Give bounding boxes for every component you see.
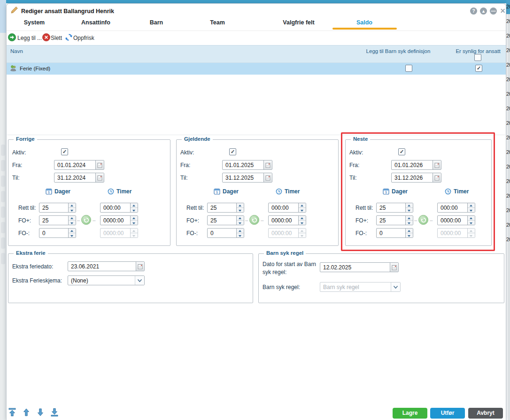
header-er-synlig-checkbox[interactable] <box>474 54 481 61</box>
rett-til-timer-input[interactable]: 000:00 <box>269 203 298 212</box>
sync-icon[interactable] <box>81 215 91 225</box>
spin-down-button[interactable] <box>69 233 76 237</box>
move-up-icon[interactable] <box>22 408 31 417</box>
aktiv-checkbox[interactable]: ✓ <box>61 148 68 155</box>
help-icon[interactable]: ? <box>470 8 477 15</box>
delete-button[interactable]: Slett <box>51 35 62 41</box>
spin-up-button[interactable] <box>69 216 76 220</box>
spin-down-button[interactable] <box>299 220 306 225</box>
fo-plus-dager-input[interactable]: 25 <box>377 216 405 225</box>
calendar-picker-button[interactable] <box>390 263 398 272</box>
refresh-icon[interactable] <box>65 33 73 43</box>
move-down-icon[interactable] <box>36 408 45 417</box>
fo-plus-dager-input[interactable]: 25 <box>39 216 68 225</box>
spin-down-button[interactable] <box>131 220 138 225</box>
table-row[interactable]: Ferie (Fixed) ✓ <box>7 63 506 75</box>
fo-minus-dager-input[interactable]: 0 <box>208 229 236 237</box>
spin-down-button[interactable] <box>237 220 244 225</box>
calendar-picker-button[interactable] <box>263 160 272 169</box>
spin-down-button[interactable] <box>406 207 413 212</box>
fo-plus-timer-input[interactable]: 0000:00 <box>100 216 130 225</box>
tab-team[interactable]: Team <box>210 19 225 26</box>
spin-down-button[interactable] <box>299 207 306 212</box>
tab-saldo[interactable]: Saldo <box>356 19 372 26</box>
spin-down-button[interactable] <box>69 207 76 212</box>
cancel-button[interactable]: Avbryt <box>468 408 503 419</box>
tab-system[interactable]: System <box>24 19 45 26</box>
add-button[interactable]: Legg til ... <box>17 35 42 41</box>
ekstra-feriedato-input[interactable]: 23.06.2021 <box>68 262 136 271</box>
fra-input[interactable]: 01.01.2025 <box>223 160 263 169</box>
delete-icon[interactable] <box>42 33 50 43</box>
til-input[interactable]: 31.12.2025 <box>223 173 263 182</box>
sync-icon[interactable] <box>418 215 428 225</box>
spin-down-button[interactable] <box>69 220 76 225</box>
calendar-picker-button[interactable] <box>433 160 441 169</box>
add-icon[interactable] <box>8 33 16 43</box>
column-header-barn-syk[interactable]: Legg til Barn syk definisjon <box>366 48 431 54</box>
chevron-down-icon[interactable] <box>391 283 400 291</box>
spin-up-button[interactable] <box>406 203 413 207</box>
rett-til-timer-input[interactable]: 000:00 <box>100 203 130 212</box>
refresh-button[interactable]: Oppfrisk <box>73 35 94 41</box>
spin-up-button[interactable] <box>237 216 244 220</box>
tab-valgfrie-felt[interactable]: Valgfrie felt <box>283 19 314 26</box>
spin-up-button[interactable] <box>237 229 244 233</box>
calendar-picker-button[interactable] <box>95 160 104 169</box>
chevron-down-icon[interactable] <box>135 276 144 285</box>
spin-down-button[interactable] <box>237 207 244 212</box>
tab-ansattinfo[interactable]: Ansattinfo <box>81 19 110 26</box>
rett-til-dager-input[interactable]: 25 <box>39 203 68 212</box>
column-header-er-synlig[interactable]: Er synlig for ansatt <box>456 48 500 54</box>
spin-down-button[interactable] <box>468 220 475 225</box>
til-input[interactable]: 31.12.2026 <box>392 173 433 182</box>
fo-plus-timer-input[interactable]: 0000:00 <box>269 216 298 225</box>
fo-plus-dager-input[interactable]: 25 <box>208 216 236 225</box>
spin-up-button[interactable] <box>406 229 413 233</box>
spin-down-button[interactable] <box>468 207 475 212</box>
spin-up-button[interactable] <box>131 203 138 207</box>
spin-up-button[interactable] <box>299 203 306 207</box>
move-to-top-icon[interactable] <box>8 408 16 417</box>
rett-til-dager-input[interactable]: 25 <box>377 203 405 212</box>
barn-syk-dato-input[interactable]: 12.02.2025 <box>320 263 390 272</box>
spin-down-button[interactable] <box>406 233 413 237</box>
spin-down-button[interactable] <box>406 220 413 225</box>
spin-down-button[interactable] <box>131 207 138 212</box>
barn-syk-regel-select[interactable]: Barn syk regel <box>320 282 401 292</box>
ekstra-ferieskjema-select[interactable]: (None) <box>68 275 145 285</box>
execute-button[interactable]: Utfør <box>430 408 465 419</box>
collapse-icon[interactable]: ▴ <box>480 8 487 15</box>
column-header-navn[interactable]: Navn <box>10 48 23 54</box>
til-input[interactable]: 31.12.2024 <box>54 173 95 182</box>
calendar-picker-button[interactable] <box>95 173 104 182</box>
sync-icon[interactable] <box>249 215 259 225</box>
fra-input[interactable]: 01.01.2024 <box>54 160 95 169</box>
spin-down-button[interactable] <box>237 233 244 237</box>
spin-up-button[interactable] <box>131 216 138 220</box>
fra-input[interactable]: 01.01.2026 <box>392 160 433 169</box>
spin-up-button[interactable] <box>468 203 475 207</box>
calendar-picker-button[interactable] <box>263 173 272 182</box>
save-button[interactable]: Lagre <box>393 408 427 419</box>
fo-minus-dager-input[interactable]: 0 <box>39 229 68 237</box>
close-icon[interactable]: ✕ <box>499 8 506 15</box>
rett-til-timer-input[interactable]: 000:00 <box>438 203 467 212</box>
spin-up-button[interactable] <box>299 216 306 220</box>
calendar-picker-button[interactable] <box>433 173 441 182</box>
aktiv-checkbox[interactable]: ✓ <box>398 148 405 155</box>
move-to-bottom-icon[interactable] <box>50 408 59 417</box>
fo-minus-dager-input[interactable]: 0 <box>377 229 405 237</box>
aktiv-checkbox[interactable]: ✓ <box>229 148 236 155</box>
fo-plus-timer-input[interactable]: 0000:00 <box>438 216 467 225</box>
spin-up-button[interactable] <box>406 216 413 220</box>
calendar-picker-button[interactable] <box>136 262 144 271</box>
spin-up-button[interactable] <box>69 229 76 233</box>
spin-up-button[interactable] <box>468 216 475 220</box>
row-barn-syk-checkbox[interactable] <box>405 65 412 72</box>
spin-up-button[interactable] <box>237 203 244 207</box>
row-er-synlig-checkbox[interactable]: ✓ <box>475 65 482 72</box>
tab-barn[interactable]: Barn <box>150 19 163 26</box>
rett-til-dager-input[interactable]: 25 <box>208 203 236 212</box>
spin-up-button[interactable] <box>69 203 76 207</box>
